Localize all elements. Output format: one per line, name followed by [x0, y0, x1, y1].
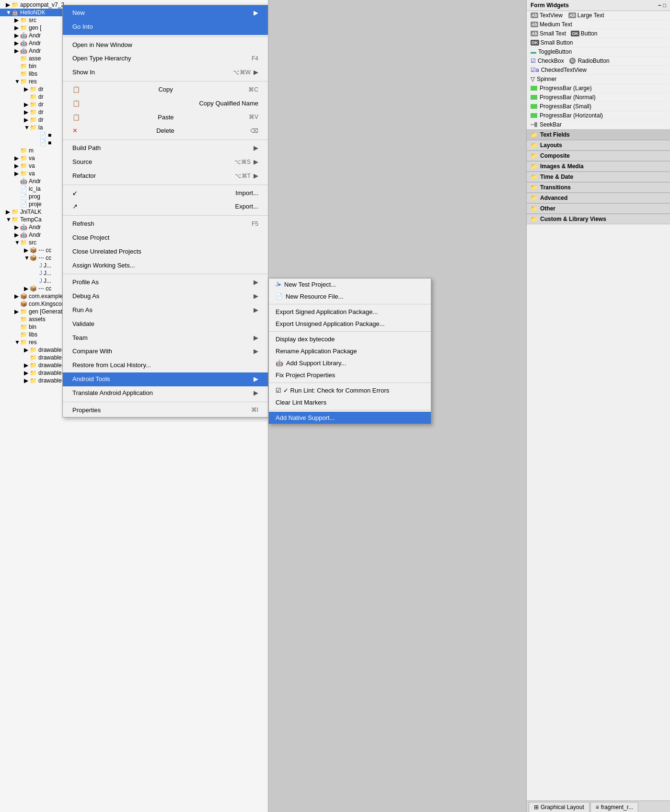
menu-item-compare-with[interactable]: Compare With ▶	[63, 345, 268, 359]
widget-textview[interactable]: Ab TextView Ab Large Text	[527, 11, 670, 20]
menu-item-delete[interactable]: ✕ Delete ⌫	[63, 124, 268, 138]
submenu-item-new-resource[interactable]: 📄 New Resource File...	[269, 290, 431, 302]
menu-item-open-type[interactable]: Open Type Hierarchy F4	[63, 52, 268, 66]
android-support-icon: 🤖	[276, 360, 283, 367]
menu-item-refresh[interactable]: Refresh F5	[63, 217, 268, 231]
menu-item-show-in[interactable]: Show In ⌥⌘W ▶	[63, 66, 268, 80]
category-text-fields[interactable]: 📁 Text Fields	[527, 129, 670, 140]
widget-progress-large[interactable]: ProgressBar (Large)	[527, 84, 670, 93]
folder-icon-advanced: 📁	[531, 195, 538, 201]
tab-graphical-layout[interactable]: ⊞ Graphical Layout	[529, 802, 589, 812]
arrow-icon-refactor: ▶	[254, 171, 258, 181]
ab-icon-textview: Ab	[531, 12, 538, 18]
submenu-item-export-signed[interactable]: Export Signed Application Package...	[269, 306, 431, 318]
category-layouts[interactable]: 📁 Layouts	[527, 140, 670, 151]
widget-progress-small[interactable]: ProgressBar (Small)	[527, 102, 670, 111]
tree-toggle-res2[interactable]: ▼	[14, 339, 20, 346]
palette-content-area: Ab TextView Ab Large Text Ab Medium Text…	[527, 11, 670, 800]
menu-item-refactor[interactable]: Refactor ⌥⌘T ▶	[63, 169, 268, 183]
test-project-icon: J▸	[276, 281, 281, 288]
submenu-item-add-native[interactable]: Add Native Support...	[269, 412, 431, 424]
separator-1	[63, 36, 268, 37]
radiobutton-icon: 🔘	[569, 58, 576, 64]
widget-checked-textview[interactable]: ☑a CheckedTextView	[527, 66, 670, 75]
tree-toggle-android3[interactable]: ▶	[14, 47, 20, 54]
tree-toggle-jnitalk[interactable]: ▶	[6, 209, 12, 215]
tree-toggle-pkg2[interactable]: ▼	[24, 255, 30, 261]
menu-item-new[interactable]: New ▶	[63, 6, 268, 20]
main-layout: ▶ 📁 appcompat_v7_2 ▼ 🤖 HelloNDK ▶ 📁 src …	[0, 0, 670, 812]
folder-icon-transitions: 📁	[531, 184, 538, 191]
submenu-item-add-support[interactable]: 🤖 Add Support Library...	[269, 357, 431, 369]
submenu-item-rename-pkg[interactable]: Rename Application Package	[269, 345, 431, 357]
palette-minimize-button[interactable]: −	[658, 2, 661, 8]
menu-item-open-window[interactable]: Open in New Window	[63, 38, 268, 52]
menu-item-export[interactable]: ↗ Export...	[63, 200, 268, 214]
ab-icon-largetext: Ab	[568, 12, 576, 18]
menu-item-close-unrelated[interactable]: Close Unrelated Projects	[63, 245, 268, 259]
submenu-item-clear-lint[interactable]: Clear Lint Markers	[269, 396, 431, 408]
menu-item-run-as[interactable]: Run As ▶	[63, 303, 268, 317]
category-other[interactable]: 📁 Other	[527, 203, 670, 214]
widget-checkbox[interactable]: ☑ CheckBox 🔘 RadioButton	[527, 57, 670, 66]
category-advanced[interactable]: 📁 Advanced	[527, 193, 670, 203]
category-transitions[interactable]: 📁 Transitions	[527, 182, 670, 193]
widget-toggle-button[interactable]: ▬ ToggleButton	[527, 47, 670, 57]
submenu-item-export-unsigned[interactable]: Export Unsigned Application Package...	[269, 318, 431, 330]
tree-toggle[interactable]: ▶	[6, 1, 12, 8]
menu-item-import[interactable]: ↙ Import...	[63, 186, 268, 200]
widget-small-text-button[interactable]: Ab Small Text OK Button	[527, 29, 670, 38]
menu-item-assign-ws[interactable]: Assign Working Sets...	[63, 259, 268, 273]
widget-small-button[interactable]: OK Small Button	[527, 38, 670, 47]
menu-item-copy-qual[interactable]: 📋 Copy Qualified Name	[63, 97, 268, 111]
category-composite[interactable]: 📁 Composite	[527, 151, 670, 161]
tree-toggle-res[interactable]: ▼	[14, 78, 20, 85]
separator-7	[63, 402, 268, 402]
tree-toggle-android2[interactable]: ▶	[14, 40, 20, 46]
menu-item-build-path[interactable]: Build Path ▶	[63, 141, 268, 155]
tree-toggle-src2[interactable]: ▼	[14, 239, 20, 246]
submenu-item-display-dex[interactable]: Display dex bytecode	[269, 333, 431, 345]
shortcut-copy: ⌘C	[248, 85, 258, 94]
menu-item-debug-as[interactable]: Debug As ▶	[63, 290, 268, 303]
widget-spinner[interactable]: ▽ Spinner	[527, 75, 670, 84]
tab-fragment[interactable]: ≡ fragment_r...	[590, 802, 638, 812]
menu-item-close-project[interactable]: Close Project	[63, 231, 268, 245]
separator-4	[63, 185, 268, 185]
category-custom-library[interactable]: 📁 Custom & Library Views	[527, 214, 670, 224]
menu-item-profile-as[interactable]: Profile As ▶	[63, 276, 268, 290]
menu-item-android-tools[interactable]: Android Tools ▶	[63, 372, 268, 386]
widget-progress-horizontal[interactable]: ProgressBar (Horizontal)	[527, 111, 670, 120]
menu-item-translate[interactable]: Translate Android Application ▶	[63, 386, 268, 400]
submenu-item-run-lint[interactable]: ☑ ✓ Run Lint: Check for Common Errors	[269, 384, 431, 396]
widget-medium-text[interactable]: Ab Medium Text	[527, 20, 670, 29]
tree-toggle-src[interactable]: ▶	[14, 17, 20, 23]
menu-item-go-into[interactable]: Go Into	[63, 20, 268, 34]
menu-item-copy[interactable]: 📋 Copy ⌘C	[63, 83, 268, 97]
menu-item-source[interactable]: Source ⌥⌘S ▶	[63, 155, 268, 169]
menu-item-new-label: New	[72, 8, 85, 18]
category-time-date[interactable]: 📁 Time & Date	[527, 172, 670, 182]
menu-item-properties[interactable]: Properties ⌘I	[63, 404, 268, 418]
tree-toggle-tempcal[interactable]: ▼	[6, 216, 12, 223]
category-images-media[interactable]: 📁 Images & Media	[527, 161, 670, 172]
menu-item-team[interactable]: Team ▶	[63, 331, 268, 345]
checked-textview-icon: ☑a	[531, 67, 539, 73]
arrow-icon-android-tools: ▶	[254, 374, 258, 384]
widget-seekbar[interactable]: SeekBar	[527, 120, 670, 129]
project-explorer: ▶ 📁 appcompat_v7_2 ▼ 🤖 HelloNDK ▶ 📁 src …	[0, 0, 268, 812]
menu-item-go-into-label: Go Into	[72, 22, 93, 32]
tree-toggle-gen[interactable]: ▶	[14, 24, 20, 31]
submenu-item-new-test[interactable]: J▸ New Test Project...	[269, 278, 431, 290]
shortcut-refactor: ⌥⌘T	[235, 172, 251, 181]
checkbox-icon: ☑	[531, 58, 536, 64]
palette-maximize-button[interactable]: □	[663, 2, 666, 8]
menu-item-restore[interactable]: Restore from Local History...	[63, 359, 268, 372]
menu-item-paste[interactable]: 📋 Paste ⌘V	[63, 111, 268, 125]
tree-toggle-android1[interactable]: ▶	[14, 32, 20, 39]
widget-progress-normal[interactable]: ProgressBar (Normal)	[527, 93, 670, 102]
menu-item-validate[interactable]: Validate	[63, 317, 268, 331]
submenu-item-fix-props[interactable]: Fix Project Properties	[269, 369, 431, 381]
tree-toggle-hellondk[interactable]: ▼	[6, 9, 12, 16]
tree-toggle-layout[interactable]: ▼	[24, 124, 30, 131]
